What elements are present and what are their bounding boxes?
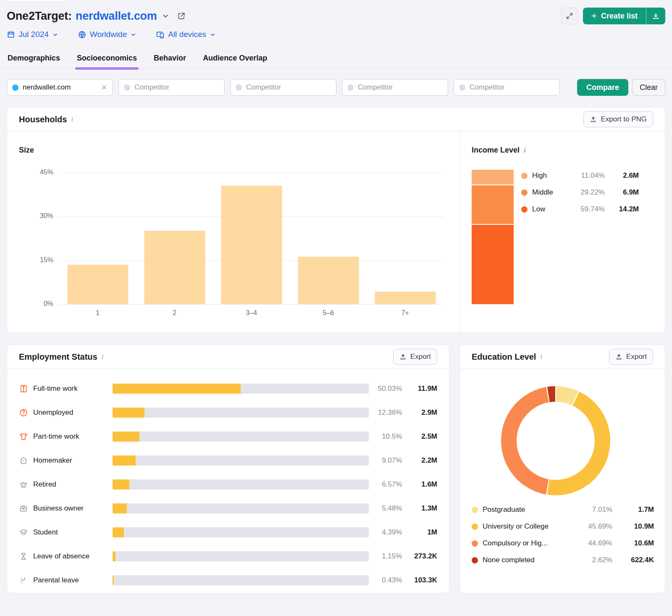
competitor-input-1[interactable]: Competitor [118,79,225,96]
gridline: 0% [59,304,444,305]
education-title: Education Level [472,352,536,362]
size-bar[interactable] [298,257,359,304]
tab-audience-overlap[interactable]: Audience Overlap [202,51,268,68]
employment-export-button[interactable]: Export [393,349,437,365]
income-segment-middle[interactable] [472,185,514,225]
employment-bar-track [113,432,368,442]
education-export-button[interactable]: Export [609,349,653,365]
date-filter[interactable]: Jul 2024 [7,30,58,39]
tab-socioeconomics[interactable]: Socioeconomics [76,51,138,68]
size-bar[interactable] [221,186,282,304]
legend-row: Postgraduate 7.01% 1.7M [472,501,654,518]
employment-bar-fill [113,455,136,466]
employment-header: Employment Status i Export [7,345,449,369]
employment-value: 11.9M [402,384,437,393]
legend-dot [472,540,478,547]
y-axis-tick: 0% [24,300,53,308]
employment-bar-track [113,384,368,394]
employment-rows: Full-time work 50.03% 11.9M Unemployed 1… [19,376,437,592]
competitor-input-4[interactable]: Competitor [454,79,560,96]
household-size-chart: 45%30%15%0%123–45–67+ [59,173,444,304]
competitor-placeholder: Competitor [134,83,169,92]
employment-row: Unemployed 12.36% 2.9M [19,400,437,424]
competitor-input-2[interactable]: Competitor [230,79,336,96]
info-icon[interactable]: i [71,115,73,124]
page-title: One2Target: nerdwallet.com [7,10,186,23]
employment-value: 2.2M [402,456,437,465]
income-segment-low[interactable] [472,225,514,304]
size-bar[interactable] [67,265,128,304]
employment-bar-fill [113,503,126,513]
employment-label: Parental leave [33,576,113,584]
tab-bar: DemographicsSocioeconomicsBehaviorAudien… [0,51,672,69]
y-axis-tick: 30% [24,212,53,220]
employment-row: Homemaker 9.07% 2.2M [19,448,437,472]
selected-domain-chip[interactable]: nerdwallet.com [7,79,113,96]
size-bar[interactable] [375,292,436,304]
employment-bar-track [113,503,368,513]
hourglass-icon [19,552,28,561]
region-filter[interactable]: Worldwide [78,30,136,39]
remove-domain-icon[interactable] [101,84,108,91]
legend-label: Middle [532,188,553,197]
legend-value: 14.2M [609,205,639,213]
external-link-icon[interactable] [177,12,186,20]
export-png-button[interactable]: Export to PNG [583,111,653,127]
devices-filter[interactable]: All devices [156,30,216,39]
create-list-split-button: + Create list [583,8,665,24]
competitor-dot [459,84,465,91]
legend-percent: 7.01% [592,505,612,514]
hourglass-icon [19,552,28,561]
income-segment-high[interactable] [472,170,514,185]
legend-dot [472,557,478,563]
employment-percent: 6.57% [369,480,402,489]
income-level-title: Income Leveli [472,146,526,155]
legend-row: None completed 2.62% 622.4K [472,552,654,569]
legend-percent: 29.22% [580,188,605,197]
competitor-input-3[interactable]: Competitor [342,79,448,96]
plus-icon: + [591,11,597,21]
globe-icon [78,30,87,39]
compare-button[interactable]: Compare [577,79,628,96]
clear-button[interactable]: Clear [632,79,665,96]
employment-value: 1.3M [402,504,437,513]
info-icon[interactable]: i [524,146,526,154]
employment-value: 1M [402,528,437,537]
selected-domain-text: nerdwallet.com [23,83,71,92]
chevron-down-icon[interactable] [162,12,169,20]
tab-behavior[interactable]: Behavior [153,51,187,68]
legend-label: Compulsory or Hig... [483,539,548,548]
download-list-button[interactable] [646,8,665,24]
competitor-dot [347,84,354,91]
legend-row: Middle 29.22% 6.9M [521,184,639,201]
employment-status-card: Employment Status i Export Full-time wor… [7,345,449,593]
info-icon[interactable]: i [102,353,104,361]
region-filter-label: Worldwide [90,30,127,39]
legend-value: 622.4K [617,556,654,564]
tab-demographics[interactable]: Demographics [7,51,61,68]
info-icon[interactable]: i [540,353,542,361]
legend-label: None completed [483,556,535,564]
employment-bar-fill [113,575,114,585]
question-icon [19,408,28,417]
tshirt-icon [19,432,28,441]
target-domain[interactable]: nerdwallet.com [76,10,157,23]
expand-button[interactable] [561,8,578,24]
employment-row: Leave of absence 1.15% 273.2K [19,544,437,568]
employment-value: 1.6M [402,480,437,489]
legend-row: Low 59.74% 14.2M [521,201,639,218]
employment-value: 103.3K [402,576,437,584]
legend-value: 6.9M [609,188,639,197]
size-bar[interactable] [144,231,205,304]
legend-label: University or College [483,522,549,531]
employment-percent: 12.36% [369,408,402,417]
employment-label: Unemployed [33,408,113,417]
households-header: Households i Export to PNG [7,108,665,132]
employment-row: Student 4.39% 1M [19,520,437,544]
legend-value: 10.6M [617,539,654,548]
employment-bar-track [113,408,368,418]
create-list-button[interactable]: + Create list [583,8,646,24]
education-legend: Postgraduate 7.01% 1.7M University or Co… [472,501,654,569]
parental-icon [19,576,28,585]
export-icon [399,353,407,361]
